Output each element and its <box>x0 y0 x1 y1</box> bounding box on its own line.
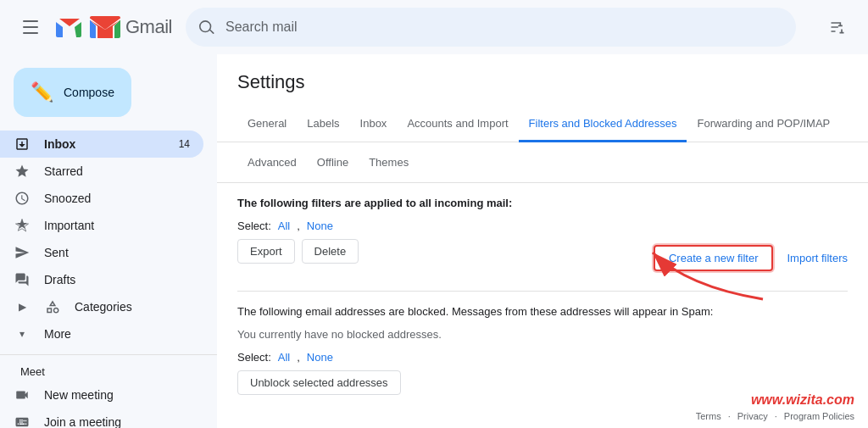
sidebar-item-more-label: More <box>44 327 190 341</box>
settings-content: The following filters are applied to all… <box>217 183 868 409</box>
sidebar-item-drafts[interactable]: Drafts <box>0 266 203 293</box>
filters-section-title: The following filters are applied to all… <box>237 197 848 209</box>
sidebar-item-new-meeting-label: New meeting <box>44 388 190 402</box>
footer-links: Terms · Privacy · Program Policies <box>696 411 854 421</box>
topbar: Gmail <box>0 0 868 54</box>
sidebar: ✏️ Compose Inbox 14 Starred <box>0 54 217 428</box>
blocked-select-none[interactable]: None <box>307 351 333 364</box>
filters-select-all[interactable]: All <box>278 220 290 232</box>
search-bar <box>186 8 796 47</box>
tab-forwarding[interactable]: Forwarding and POP/IMAP <box>687 107 840 142</box>
drafts-icon <box>14 272 31 287</box>
import-filters-button[interactable]: Import filters <box>787 252 848 264</box>
settings-title: Settings <box>217 54 868 107</box>
main-content: Settings General Labels Inbox Accounts a… <box>217 54 868 428</box>
tab-advanced[interactable]: Advanced <box>237 149 307 175</box>
sidebar-item-inbox-label: Inbox <box>44 137 165 151</box>
sidebar-item-categories[interactable]: ▶ Categories <box>0 293 203 320</box>
menu-button[interactable] <box>14 10 47 44</box>
tab-labels[interactable]: Labels <box>297 107 349 142</box>
topbar-right <box>821 10 854 44</box>
sidebar-item-sent-label: Sent <box>44 246 190 259</box>
program-policies-link[interactable]: Program Policies <box>784 411 854 421</box>
filters-select-none[interactable]: None <box>307 220 333 232</box>
app-container: Gmail ✏️ Compose <box>0 0 868 428</box>
chevron-down-icon: ▾ <box>14 328 31 340</box>
watermark: www.wizita.com <box>751 392 854 408</box>
compose-label: Compose <box>64 86 114 99</box>
sidebar-item-inbox[interactable]: Inbox 14 <box>0 131 203 158</box>
compose-button[interactable]: ✏️ Compose <box>14 68 131 117</box>
sidebar-item-important[interactable]: Important <box>0 212 203 239</box>
meet-section-label: Meet <box>0 362 217 381</box>
snooze-icon <box>14 191 31 206</box>
filters-select-label: Select: <box>237 220 271 232</box>
sidebar-item-inbox-count: 14 <box>179 138 190 150</box>
keyboard-icon <box>14 414 31 428</box>
red-arrow-icon <box>602 236 771 303</box>
tune-button[interactable] <box>821 10 854 44</box>
blocked-select-label: Select: <box>237 351 271 364</box>
tab-filters[interactable]: Filters and Blocked Addresses <box>519 107 687 142</box>
tune-icon <box>829 19 846 36</box>
sidebar-item-categories-label: Categories <box>75 300 190 314</box>
privacy-link[interactable]: Privacy <box>737 411 768 421</box>
sidebar-divider <box>0 354 217 355</box>
expand-icon: ▶ <box>14 301 31 313</box>
sidebar-item-sent[interactable]: Sent <box>0 239 203 266</box>
filters-btn-group: Export Delete <box>237 239 359 264</box>
blocked-section-title: The following email addresses are blocke… <box>237 305 848 318</box>
tab-themes[interactable]: Themes <box>359 149 419 175</box>
search-input[interactable] <box>225 19 782 35</box>
sidebar-item-snoozed[interactable]: Snoozed <box>0 185 203 212</box>
gmail-logo-icon <box>54 12 85 42</box>
compose-plus-icon: ✏️ <box>31 81 53 103</box>
logo-text: Gmail <box>125 16 172 38</box>
search-icon <box>199 19 215 36</box>
gmail-m-icon <box>88 14 122 40</box>
settings-tabs2: Advanced Offline Themes <box>217 142 868 183</box>
sidebar-item-drafts-label: Drafts <box>44 273 190 286</box>
tab-general[interactable]: General <box>237 107 297 142</box>
star-icon <box>14 164 31 179</box>
sidebar-item-join-meeting[interactable]: Join a meeting <box>0 409 203 428</box>
logo: Gmail <box>54 12 172 42</box>
categories-icon <box>44 299 61 314</box>
important-icon <box>14 218 31 233</box>
tab-inbox[interactable]: Inbox <box>350 107 398 142</box>
footer-sep-2: · <box>775 411 777 421</box>
sidebar-item-more[interactable]: ▾ More <box>0 320 203 347</box>
delete-button[interactable]: Delete <box>302 239 359 264</box>
footer-sep-1: · <box>728 411 731 421</box>
export-button[interactable]: Export <box>237 239 295 264</box>
sidebar-item-important-label: Important <box>44 219 190 232</box>
main-layout: ✏️ Compose Inbox 14 Starred <box>0 54 868 428</box>
sidebar-item-new-meeting[interactable]: New meeting <box>0 381 203 409</box>
hamburger-icon <box>23 20 38 34</box>
tab-offline[interactable]: Offline <box>307 149 359 175</box>
unblock-button[interactable]: Unblock selected addresses <box>237 370 401 395</box>
video-icon <box>14 387 31 403</box>
settings-tabs: General Labels Inbox Accounts and Import… <box>217 107 868 142</box>
sent-icon <box>14 245 31 260</box>
unblock-btn-row: Unblock selected addresses <box>237 370 848 395</box>
inbox-icon <box>14 136 31 152</box>
terms-link[interactable]: Terms <box>696 411 721 421</box>
no-blocked-text: You currently have no blocked addresses. <box>237 328 848 341</box>
sidebar-item-join-meeting-label: Join a meeting <box>44 415 190 428</box>
sidebar-item-starred-label: Starred <box>44 164 190 178</box>
tab-accounts[interactable]: Accounts and Import <box>397 107 518 142</box>
filters-select-row: Select: All, None <box>237 220 848 232</box>
blocked-select-row: Select: All, None <box>237 351 848 364</box>
sidebar-item-starred[interactable]: Starred <box>0 158 203 185</box>
sidebar-item-snoozed-label: Snoozed <box>44 192 190 205</box>
blocked-select-all[interactable]: All <box>278 351 290 364</box>
